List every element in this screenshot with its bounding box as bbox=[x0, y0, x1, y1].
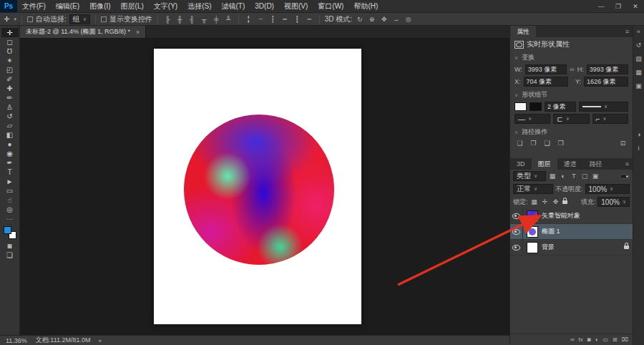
stroke-align-select[interactable]: — bbox=[514, 114, 550, 124]
filter-shape-layers-icon[interactable]: ▢ bbox=[580, 172, 589, 180]
x-field[interactable]: 704 像素 bbox=[524, 77, 568, 87]
info-panel-icon[interactable]: i bbox=[638, 145, 640, 152]
filter-smart-objects-icon[interactable]: ▣ bbox=[591, 172, 600, 180]
layer-row-background[interactable]: 背景 bbox=[510, 240, 633, 256]
edit-toolbar-icon[interactable]: ⋯ bbox=[6, 215, 13, 223]
align-left-edges-icon[interactable]: ╟ bbox=[163, 16, 172, 23]
new-layer-icon[interactable]: ⊞ bbox=[613, 336, 618, 343]
menu-item-type[interactable]: 文字(Y) bbox=[149, 1, 182, 11]
document-size-info[interactable]: 文档:111.2M/81.0M bbox=[36, 336, 91, 345]
show-transform-checkbox[interactable] bbox=[101, 16, 107, 22]
filter-pixel-layers-icon[interactable]: ▦ bbox=[548, 172, 557, 180]
history-brush-tool[interactable]: ↺ bbox=[1, 112, 19, 121]
tab-paths[interactable]: 路径 bbox=[583, 158, 609, 170]
y-field[interactable]: 1626 像素 bbox=[584, 77, 628, 87]
pan-3d-icon[interactable]: ✥ bbox=[379, 16, 389, 23]
filter-type-layers-icon[interactable]: T bbox=[570, 172, 578, 180]
align-bottom-edges-icon[interactable]: ╨ bbox=[224, 16, 233, 23]
height-field[interactable]: 3993 像素 bbox=[587, 64, 628, 74]
lock-pixels-icon[interactable]: ✛ bbox=[541, 198, 550, 205]
eraser-tool[interactable]: ▱ bbox=[1, 121, 19, 130]
new-group-icon[interactable]: ▭ bbox=[603, 336, 609, 343]
align-horizontal-centers-icon[interactable]: ╫ bbox=[175, 16, 185, 23]
shape-details-section-label[interactable]: 形状细节 bbox=[514, 89, 628, 99]
gradient-tool[interactable]: ◧ bbox=[1, 130, 19, 140]
roll-3d-icon[interactable]: ⊕ bbox=[367, 16, 376, 23]
ellipse-artwork[interactable] bbox=[184, 115, 334, 265]
stroke-cap-select[interactable]: ⊏ bbox=[553, 114, 589, 124]
healing-brush-tool[interactable]: ✚ bbox=[1, 84, 19, 93]
filter-adjustment-layers-icon[interactable]: ◐ bbox=[559, 172, 567, 180]
type-tool[interactable]: T bbox=[1, 167, 19, 177]
menu-item-help[interactable]: 帮助(H) bbox=[348, 1, 383, 11]
tab-layers[interactable]: 图层 bbox=[532, 158, 557, 170]
menu-item-filter[interactable]: 滤镜(T) bbox=[217, 1, 250, 11]
link-dimensions-icon[interactable]: ∞ bbox=[570, 66, 574, 73]
auto-select-checkbox[interactable] bbox=[27, 16, 33, 22]
minimize-button[interactable]: — bbox=[592, 0, 610, 12]
blend-mode-select[interactable]: 正常 bbox=[513, 184, 553, 194]
dodge-tool[interactable]: ◉ bbox=[1, 149, 19, 158]
rectangular-marquee-tool[interactable]: ◻ bbox=[1, 37, 19, 47]
visibility-cell[interactable] bbox=[510, 208, 523, 223]
lasso-tool[interactable]: ℧ bbox=[1, 47, 19, 56]
pen-tool[interactable]: ✒ bbox=[1, 158, 19, 167]
menu-item-3d[interactable]: 3D(D) bbox=[250, 2, 279, 10]
lock-transparency-icon[interactable]: ▦ bbox=[530, 198, 539, 205]
subtract-front-shape-icon[interactable]: ❐ bbox=[528, 139, 539, 148]
foreground-color-swatch[interactable] bbox=[4, 226, 11, 234]
document-canvas[interactable] bbox=[154, 49, 361, 324]
brush-tool[interactable]: ✏ bbox=[1, 93, 19, 102]
distribute-horizontal-centers-icon[interactable]: ┇ bbox=[293, 16, 302, 23]
current-tool-icon[interactable]: ✛ bbox=[4, 15, 9, 23]
align-vertical-centers-icon[interactable]: ╪ bbox=[212, 16, 221, 23]
crop-tool[interactable]: ◰ bbox=[1, 65, 19, 74]
distribute-top-edges-icon[interactable]: ╏ bbox=[244, 16, 253, 23]
menu-item-select[interactable]: 选择(S) bbox=[182, 1, 216, 11]
quick-mask-icon[interactable]: ◙ bbox=[1, 241, 19, 251]
blur-tool[interactable]: ● bbox=[1, 140, 19, 149]
move-tool[interactable]: ✛ bbox=[1, 28, 19, 37]
close-button[interactable]: ✕ bbox=[627, 0, 644, 12]
zoom-tool[interactable]: ◎ bbox=[1, 205, 19, 214]
libraries-panel-icon[interactable]: ▣ bbox=[635, 82, 642, 89]
path-selection-tool[interactable]: ► bbox=[1, 177, 19, 186]
layer-row-ellipse[interactable]: 椭圆 1 bbox=[510, 224, 633, 240]
delete-layer-icon[interactable]: ⌧ bbox=[622, 336, 628, 343]
path-operations-section-label[interactable]: 路径操作 bbox=[514, 126, 628, 137]
align-right-edges-icon[interactable]: ╢ bbox=[187, 16, 197, 23]
auto-select-dropdown[interactable]: 组 bbox=[69, 14, 90, 24]
merge-shape-components-icon[interactable]: ⊡ bbox=[618, 139, 628, 148]
background-layer-thumbnail[interactable] bbox=[527, 242, 538, 253]
visibility-cell[interactable] bbox=[510, 224, 523, 239]
menu-item-edit[interactable]: 编辑(E) bbox=[51, 1, 84, 11]
add-layer-mask-icon[interactable]: ◙ bbox=[587, 336, 591, 343]
eyedropper-tool[interactable]: ✐ bbox=[1, 74, 19, 84]
exclude-overlapping-shapes-icon[interactable]: ❒ bbox=[555, 139, 566, 148]
distribute-right-edges-icon[interactable]: ┅ bbox=[305, 16, 314, 23]
combine-shapes-icon[interactable]: ❏ bbox=[514, 139, 525, 148]
swatches-panel-icon[interactable]: ▦ bbox=[635, 69, 642, 76]
screen-mode-icon[interactable]: ❏ bbox=[1, 251, 19, 260]
menu-item-view[interactable]: 视图(V) bbox=[279, 1, 313, 11]
distribute-left-edges-icon[interactable]: ╍ bbox=[280, 16, 290, 23]
slide-3d-icon[interactable]: ↔ bbox=[391, 16, 401, 23]
link-layers-icon[interactable]: ∞ bbox=[570, 336, 575, 343]
fill-select[interactable]: 100% bbox=[597, 197, 630, 207]
fill-swatch[interactable] bbox=[514, 102, 527, 111]
status-options-caret-icon[interactable]: ▸ bbox=[99, 338, 102, 344]
tab-properties[interactable]: 属性 bbox=[510, 26, 536, 37]
filter-kind-select[interactable]: 类型 bbox=[513, 171, 546, 181]
filter-toggle[interactable] bbox=[620, 174, 630, 179]
collapse-panels-icon[interactable]: « bbox=[637, 28, 640, 35]
panel-menu-icon[interactable]: ≡ bbox=[622, 26, 633, 37]
distribute-vertical-centers-icon[interactable]: ┄ bbox=[256, 16, 265, 23]
color-panel-icon[interactable]: ▧ bbox=[635, 55, 642, 62]
menu-item-window[interactable]: 窗口(W) bbox=[313, 1, 348, 11]
visibility-cell[interactable] bbox=[510, 240, 523, 255]
tab-channels[interactable]: 通道 bbox=[557, 158, 583, 170]
transform-section-label[interactable]: 变换 bbox=[514, 52, 628, 62]
distribute-bottom-edges-icon[interactable]: ┋ bbox=[268, 16, 278, 23]
clone-stamp-tool[interactable]: ♙ bbox=[1, 102, 19, 112]
panel-menu-icon[interactable]: ≡ bbox=[622, 158, 633, 170]
